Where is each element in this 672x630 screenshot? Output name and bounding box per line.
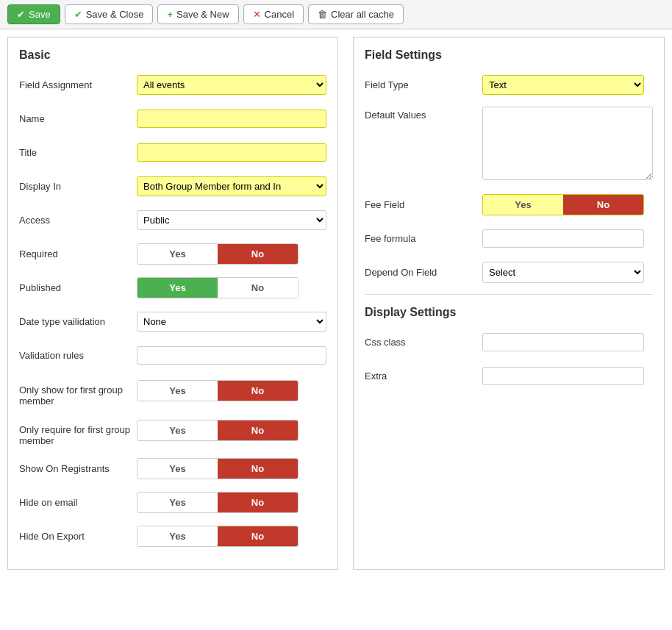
fee-field-row: Fee Field Yes No bbox=[365, 193, 653, 216]
name-label: Name bbox=[19, 113, 137, 124]
access-select[interactable]: Public Private bbox=[137, 210, 326, 230]
access-row: Access Public Private bbox=[19, 208, 326, 232]
hide-email-row: Hide on email Yes No bbox=[19, 490, 326, 514]
cancel-button[interactable]: ✕ Cancel bbox=[243, 4, 304, 24]
hide-export-label: Hide On Export bbox=[19, 531, 137, 542]
required-wrap: Yes No bbox=[137, 243, 326, 265]
fee-formula-input[interactable] bbox=[482, 229, 644, 248]
clear-cache-button[interactable]: 🗑 Clear all cache bbox=[308, 4, 404, 24]
published-yes-button[interactable]: Yes bbox=[137, 278, 218, 298]
fee-field-yes-button[interactable]: Yes bbox=[483, 195, 563, 215]
save-new-button[interactable]: + Save & New bbox=[157, 4, 238, 24]
published-no-button[interactable]: No bbox=[218, 278, 298, 298]
only-show-yes-button[interactable]: Yes bbox=[137, 381, 218, 401]
default-values-textarea[interactable] bbox=[482, 107, 653, 180]
display-in-row: Display In Both Group Member form and In bbox=[19, 174, 326, 198]
fee-field-wrap: Yes No bbox=[482, 194, 653, 215]
show-registrants-yes-button[interactable]: Yes bbox=[137, 459, 218, 479]
title-input[interactable] bbox=[137, 143, 326, 162]
only-require-yes-button[interactable]: Yes bbox=[137, 420, 218, 440]
only-show-no-button[interactable]: No bbox=[218, 381, 298, 401]
validation-rules-row: Validation rules bbox=[19, 343, 326, 367]
only-show-wrap: Yes No bbox=[137, 380, 326, 401]
show-registrants-no-button[interactable]: No bbox=[218, 459, 298, 479]
required-yes-button[interactable]: Yes bbox=[137, 244, 218, 264]
hide-export-row: Hide On Export Yes No bbox=[19, 524, 326, 548]
right-column: Field Settings Field Type Text Number Da… bbox=[353, 37, 665, 570]
hide-email-toggle: Yes No bbox=[137, 492, 299, 513]
date-type-select[interactable]: None Date Time DateTime bbox=[137, 312, 326, 332]
only-show-row: Only show for first group member Yes No bbox=[19, 377, 326, 407]
fee-field-label: Fee Field bbox=[365, 199, 482, 210]
trash-icon: 🗑 bbox=[318, 9, 327, 20]
show-registrants-label: Show On Registrants bbox=[19, 463, 137, 474]
field-type-row: Field Type Text Number Date Select Check… bbox=[365, 73, 653, 96]
title-row: Title bbox=[19, 140, 326, 164]
toolbar: ✔ Save ✔ Save & Close + Save & New ✕ Can… bbox=[0, 0, 672, 29]
hide-email-label: Hide on email bbox=[19, 497, 137, 508]
field-type-label: Field Type bbox=[365, 79, 482, 90]
date-type-row: Date type vailidation None Date Time Dat… bbox=[19, 309, 326, 333]
name-input[interactable] bbox=[137, 110, 326, 128]
hide-export-toggle: Yes No bbox=[137, 526, 299, 547]
published-wrap: Yes No bbox=[137, 277, 326, 298]
section-divider bbox=[365, 294, 653, 295]
save-close-button[interactable]: ✔ Save & Close bbox=[65, 4, 154, 24]
field-assignment-select[interactable]: All events Specific events bbox=[137, 75, 326, 95]
published-row: Published Yes No bbox=[19, 276, 326, 299]
default-values-label: Default Values bbox=[365, 107, 482, 121]
hide-email-wrap: Yes No bbox=[137, 492, 326, 513]
display-in-select[interactable]: Both Group Member form and In bbox=[137, 176, 326, 196]
validation-rules-input[interactable] bbox=[137, 346, 326, 365]
depend-on-field-row: Depend On Field Select bbox=[365, 260, 653, 284]
name-wrap bbox=[137, 110, 326, 128]
hide-export-yes-button[interactable]: Yes bbox=[137, 526, 218, 546]
published-label: Published bbox=[19, 282, 137, 293]
fee-field-no-button[interactable]: No bbox=[563, 195, 643, 215]
date-type-wrap: None Date Time DateTime bbox=[137, 312, 326, 332]
fee-formula-label: Fee formula bbox=[365, 233, 482, 244]
title-wrap bbox=[137, 143, 326, 162]
css-class-label: Css class bbox=[365, 337, 482, 348]
x-icon: ✕ bbox=[253, 9, 261, 20]
published-toggle: Yes No bbox=[137, 277, 299, 298]
show-registrants-toggle: Yes No bbox=[137, 458, 299, 479]
fee-formula-row: Fee formula bbox=[365, 226, 653, 250]
extra-label: Extra bbox=[365, 371, 482, 382]
hide-export-wrap: Yes No bbox=[137, 526, 326, 547]
required-row: Required Yes No bbox=[19, 242, 326, 265]
required-no-button[interactable]: No bbox=[218, 244, 298, 264]
access-wrap: Public Private bbox=[137, 210, 326, 230]
only-require-row: Only require for first group member Yes … bbox=[19, 417, 326, 446]
only-require-no-button[interactable]: No bbox=[218, 420, 298, 440]
date-type-label: Date type vailidation bbox=[19, 316, 137, 327]
depend-on-field-select[interactable]: Select bbox=[482, 262, 644, 283]
hide-email-no-button[interactable]: No bbox=[218, 493, 298, 512]
extra-input[interactable] bbox=[482, 367, 644, 385]
depend-on-field-label: Depend On Field bbox=[365, 267, 482, 278]
field-settings-title: Field Settings bbox=[365, 49, 653, 62]
field-assignment-label: Field Assignment bbox=[19, 79, 137, 90]
display-in-label: Display In bbox=[19, 181, 137, 192]
field-type-select[interactable]: Text Number Date Select Checkbox bbox=[482, 75, 644, 95]
display-settings-title: Display Settings bbox=[365, 306, 653, 319]
show-registrants-row: Show On Registrants Yes No bbox=[19, 457, 326, 480]
css-class-input[interactable] bbox=[482, 333, 644, 351]
only-require-label: Only require for first group member bbox=[19, 420, 137, 446]
depend-on-field-wrap: Select bbox=[482, 262, 653, 283]
display-in-wrap: Both Group Member form and In bbox=[137, 176, 326, 196]
validation-rules-wrap bbox=[137, 346, 326, 365]
save-icon: ✔ bbox=[17, 9, 25, 20]
only-require-toggle: Yes No bbox=[137, 420, 299, 441]
only-show-label: Only show for first group member bbox=[19, 380, 137, 407]
basic-section: Basic Field Assignment All events Specif… bbox=[7, 37, 338, 570]
hide-email-yes-button[interactable]: Yes bbox=[137, 493, 218, 512]
access-label: Access bbox=[19, 215, 137, 226]
fee-formula-wrap bbox=[482, 229, 653, 248]
only-show-toggle: Yes No bbox=[137, 380, 299, 401]
show-registrants-wrap: Yes No bbox=[137, 458, 326, 479]
save-button[interactable]: ✔ Save bbox=[7, 4, 60, 24]
field-type-wrap: Text Number Date Select Checkbox bbox=[482, 75, 653, 95]
hide-export-no-button[interactable]: No bbox=[218, 526, 298, 546]
required-label: Required bbox=[19, 248, 137, 259]
